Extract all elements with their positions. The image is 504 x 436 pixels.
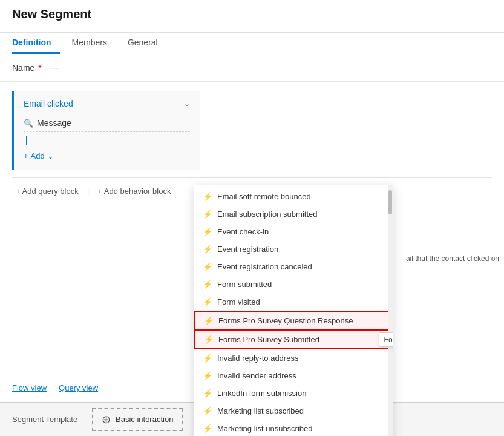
lightning-icon: ⚡ [203, 262, 212, 271]
name-row: Name * --- [0, 54, 504, 82]
lightning-icon: ⚡ [203, 424, 212, 433]
lightning-icon: ⚡ [203, 406, 212, 415]
message-text: Message [37, 118, 71, 128]
page-title: New Segment [12, 7, 492, 21]
lightning-icon: ⚡ [203, 210, 212, 219]
dropdown-item-label: Event registration [217, 245, 278, 254]
tabs-bar: Definition Members General [0, 33, 504, 54]
dropdown-menu: ⚡Email soft remote bounced⚡Email subscri… [194, 185, 393, 436]
dropdown-item-label: Forms Pro Survey Question Response [218, 316, 353, 325]
name-value: --- [50, 63, 59, 73]
dropdown-item[interactable]: ⚡Form visited [194, 293, 393, 311]
dropdown-item[interactable]: ⚡Event registration canceled [194, 258, 393, 276]
dropdown-item-label: Invalid sender address [217, 371, 296, 380]
flow-view-tab[interactable]: Flow view [12, 383, 47, 392]
lightning-icon: ⚡ [203, 227, 212, 236]
name-label: Name [12, 63, 34, 73]
dropdown-item[interactable]: ⚡Email soft remote bounced [194, 188, 393, 205]
lightning-icon: ⚡ [203, 297, 212, 306]
dropdown-item[interactable]: ⚡Marketing list unsubscribed [194, 420, 393, 436]
add-chevron-icon: ⌄ [47, 151, 54, 160]
dropdown-item-label: Email subscription submitted [217, 210, 317, 219]
page-header: New Segment [0, 0, 504, 33]
chevron-down-icon[interactable]: ⌄ [184, 99, 190, 108]
dropdown-item-label: Form visited [217, 297, 260, 306]
dropdown-item-label: Event check-in [217, 227, 269, 236]
plus-icon: + [24, 151, 28, 160]
lightning-icon: ⚡ [203, 389, 212, 398]
template-name: Basic interaction [116, 415, 173, 424]
lightning-icon: ⚡ [203, 354, 212, 363]
dropdown-item-label: Marketing list unsubscribed [217, 424, 313, 433]
dropdown-item[interactable]: ⚡Event registration [194, 240, 393, 258]
add-behavior-block-button[interactable]: + Add behavior block [94, 184, 174, 198]
segment-template-label: Segment Template [12, 415, 85, 424]
search-icon: 🔍 [24, 119, 33, 128]
add-button[interactable]: + Add ⌄ [24, 149, 54, 163]
lightning-icon: ⚡ [204, 335, 214, 344]
dropdown-item[interactable]: ⚡Email subscription submitted [194, 205, 393, 223]
dropdown-item[interactable]: ⚡Marketing list subscribed [194, 402, 393, 420]
dropdown-item[interactable]: ⚡Invalid sender address [194, 367, 393, 385]
dropdown-item-label: Forms Pro Survey Submitted [218, 335, 319, 344]
query-block-header: Email clicked ⌄ [24, 99, 190, 108]
main-content: Email clicked ⌄ 🔍 Message + Add ⌄ ail th… [0, 82, 504, 214]
interaction-icon: ⊕ [102, 413, 111, 426]
dropdown-item-label: LinkedIn form submission [217, 389, 306, 398]
right-clip-text: ail that the contact clicked on [406, 254, 504, 263]
tab-definition[interactable]: Definition [12, 33, 60, 54]
separator: | [87, 187, 90, 196]
dropdown-item-label: Form submitted [217, 280, 272, 289]
blue-line-divider [26, 136, 27, 145]
message-row: 🔍 Message [24, 114, 190, 132]
dropdown-item[interactable]: ⚡Invalid reply-to address [194, 349, 393, 367]
dropdown-item[interactable]: ⚡LinkedIn form submission [194, 385, 393, 402]
query-block: Email clicked ⌄ 🔍 Message + Add ⌄ [12, 91, 200, 170]
view-tabs: Flow view Query view [0, 377, 110, 398]
dropdown-item-label: Marketing list subscribed [217, 406, 304, 415]
dropdown-item[interactable]: ⚡Form submitted [194, 276, 393, 293]
query-block-title: Email clicked [24, 99, 73, 108]
add-label: Add [31, 151, 45, 160]
add-query-block-button[interactable]: + Add query block [12, 184, 82, 198]
segment-template-box[interactable]: ⊕ Basic interaction [92, 408, 183, 431]
dropdown-item-label: Event registration canceled [217, 262, 312, 271]
page-container: New Segment Definition Members General N… [0, 0, 504, 436]
dropdown-item[interactable]: ⚡Forms Pro Survey SubmittedForms Pro Sur… [194, 331, 393, 349]
name-required: * [38, 63, 41, 73]
tooltip-badge: Forms Pro Survey Question Response [379, 332, 393, 347]
tab-members[interactable]: Members [72, 33, 116, 54]
query-view-tab[interactable]: Query view [59, 383, 98, 392]
lightning-icon: ⚡ [203, 280, 212, 289]
lightning-icon: ⚡ [203, 245, 212, 254]
dropdown-inner: ⚡Email soft remote bounced⚡Email subscri… [194, 185, 393, 436]
dropdown-item[interactable]: ⚡Forms Pro Survey Question Response [194, 311, 393, 331]
dropdown-item-label: Invalid reply-to address [217, 354, 298, 363]
lightning-icon: ⚡ [203, 192, 212, 201]
dropdown-item-label: Email soft remote bounced [217, 192, 311, 201]
dropdown-item[interactable]: ⚡Event check-in [194, 223, 393, 240]
lightning-icon: ⚡ [204, 316, 214, 325]
tab-general[interactable]: General [128, 33, 166, 54]
lightning-icon: ⚡ [203, 371, 212, 380]
